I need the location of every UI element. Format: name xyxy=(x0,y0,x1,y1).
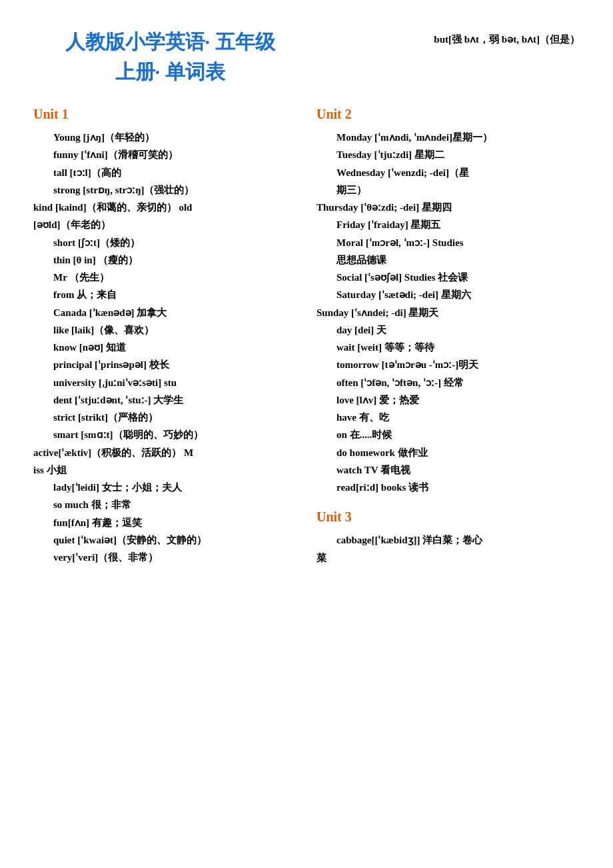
title-block: 人教版小学英语· 五年级 上册· 单词表 xyxy=(33,27,306,87)
word-entry-1-19: active[ˈæktiv]（积极的、活跃的） M xyxy=(33,444,297,461)
word-entry-1-23: fun[fʌn] 有趣；逗笑 xyxy=(33,514,297,531)
word-entry-1-24: quiet [ˈkwaiət]（安静的、文静的） xyxy=(33,531,297,549)
word-entry-2-3: Wednesday [ˈwenzdi; -dei]（星 xyxy=(316,164,580,181)
word-entry-3-2: 菜 xyxy=(316,549,580,567)
word-entry-2-18: on 在.....时候 xyxy=(316,426,580,443)
word-entry-3-1: cabbage[[ˈkæbidʒ]] 洋白菜；卷心 xyxy=(316,531,580,549)
word-entry-2-13: wait [weit] 等等；等待 xyxy=(316,339,580,356)
word-entry-1-21: lady[ˈleidi] 女士；小姐；夫人 xyxy=(33,479,297,496)
word-entry-1-12: like [laik]（像、喜欢） xyxy=(33,321,297,339)
word-entry-2-19: do homework 做作业 xyxy=(316,444,580,461)
page-title-line2: 上册· 单词表 xyxy=(33,57,306,87)
header-note: but[强 bʌt，弱 bət, bʌt]（但是） xyxy=(306,27,580,46)
two-col-content: Unit 1 Young [jʌŋ]（年轻的） funny [ˈfʌni]（滑稽… xyxy=(33,100,580,567)
word-entry-2-10: Saturday [ˈsætədi; -dei] 星期六 xyxy=(316,286,580,303)
unit1-title: Unit 1 xyxy=(33,107,297,122)
word-entry-2-2: Tuesday [ˈtjuːzdi] 星期二 xyxy=(316,146,580,163)
word-entry-2-16: love [lʌv] 爱；热爱 xyxy=(316,391,580,409)
word-entry-1-10: from 从；来自 xyxy=(33,286,297,303)
col-right: Unit 2 Monday [ˈmʌndi, ˈmʌndei]星期一） Tues… xyxy=(316,100,580,567)
word-entry-2-17: have 有、吃 xyxy=(316,409,580,426)
word-entry-1-5: kind [kaind]（和蔼的、亲切的） old xyxy=(33,199,297,216)
word-entry-1-16: dent [ˈstjuːdənt, ˈstuː-] 大学生 xyxy=(33,391,297,409)
word-entry-2-12: day [dei] 天 xyxy=(316,321,580,339)
page-title-line1: 人教版小学英语· 五年级 xyxy=(33,27,306,57)
word-entry-1-11: Canada [ˈkænədə] 加拿大 xyxy=(33,304,297,321)
word-entry-2-5: Thursday [ˈθəːzdi; -dei] 星期四 xyxy=(316,199,580,216)
word-entry-2-6: Friday [ˈfraiday] 星期五 xyxy=(316,216,580,233)
word-entry-2-20: watch TV 看电视 xyxy=(316,461,580,479)
unit2-title: Unit 2 xyxy=(316,107,580,122)
word-entry-1-14: principal [ˈprinsəpəl] 校长 xyxy=(33,356,297,373)
word-entry-1-13: know [nəʊ] 知道 xyxy=(33,339,297,356)
word-entry-1-1: Young [jʌŋ]（年轻的） xyxy=(33,129,297,146)
word-entry-1-2: funny [ˈfʌni]（滑稽可笑的） xyxy=(33,146,297,163)
word-entry-1-15: university [ˌjuːniˈvəːsəti] stu xyxy=(33,374,297,391)
word-entry-2-21: read[riːd] books 读书 xyxy=(316,479,580,496)
word-entry-2-9: Social [ˈsəʊʃəl] Studies 社会课 xyxy=(316,269,580,286)
word-entry-2-8: 思想品德课 xyxy=(316,251,580,269)
word-entry-2-1: Monday [ˈmʌndi, ˈmʌndei]星期一） xyxy=(316,129,580,146)
word-entry-2-14: tomorrow [təˈmɔrəu -ˈmɔː-]明天 xyxy=(316,356,580,373)
word-entry-1-8: thin [θ in] （瘦的） xyxy=(33,251,297,269)
col-left: Unit 1 Young [jʌŋ]（年轻的） funny [ˈfʌni]（滑稽… xyxy=(33,100,297,566)
word-entry-1-20: iss 小姐 xyxy=(33,461,297,479)
word-entry-1-4: strong [strɒŋ, strɔːŋ]（强壮的） xyxy=(33,181,297,199)
page-wrapper: 人教版小学英语· 五年级 上册· 单词表 but[强 bʌt，弱 bət, bʌ… xyxy=(33,27,580,567)
word-entry-2-4: 期三） xyxy=(316,181,580,199)
word-entry-1-22: so much 很；非常 xyxy=(33,496,297,513)
word-entry-1-18: smart [smɑːt]（聪明的、巧妙的） xyxy=(33,426,297,443)
word-entry-1-9: Mr （先生） xyxy=(33,269,297,286)
word-entry-1-7: short [ʃɔːt]（矮的） xyxy=(33,234,297,251)
word-entry-2-7: Moral [ˈmɔrəl, ˈmɔː-] Studies xyxy=(316,234,580,251)
word-entry-2-15: often [ˈɔfən, ˈɔftən, ˈɔː-] 经常 xyxy=(316,374,580,391)
top-header: 人教版小学英语· 五年级 上册· 单词表 but[强 bʌt，弱 bət, bʌ… xyxy=(33,27,580,87)
word-entry-1-25: very[ˈveri]（很、非常） xyxy=(33,549,297,566)
word-entry-1-3: tall [tɔːl]（高的 xyxy=(33,164,297,181)
unit3-title: Unit 3 xyxy=(316,509,580,525)
word-entry-1-6: [əʊld]（年老的） xyxy=(33,216,297,233)
word-entry-1-17: strict [strikt]（严格的） xyxy=(33,409,297,426)
word-entry-2-11: Sunday [ˈsʌndei; -di] 星期天 xyxy=(316,304,580,321)
